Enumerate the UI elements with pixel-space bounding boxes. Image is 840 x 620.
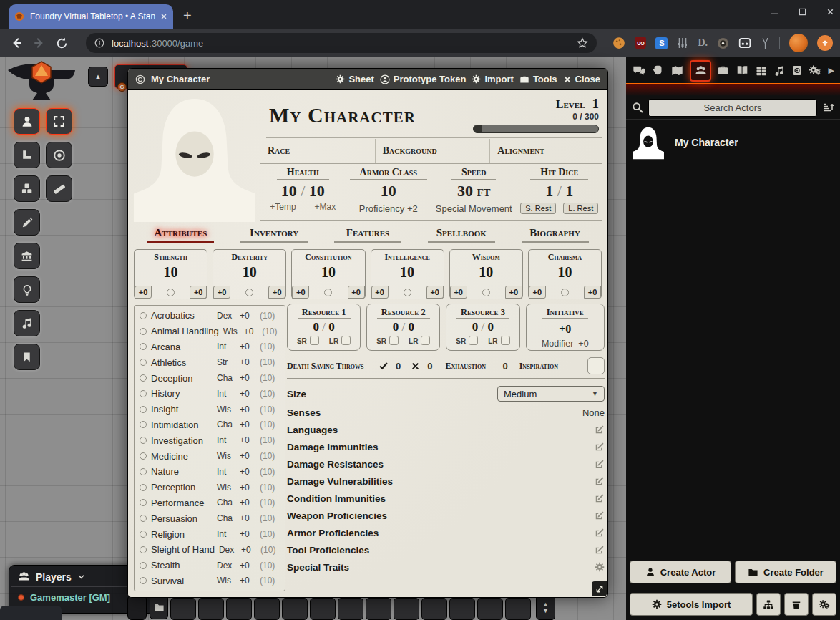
window-titlebar[interactable]: My Character Sheet Prototype Token Impor…: [128, 69, 607, 90]
ability-mod[interactable]: +0: [584, 286, 601, 299]
tab-combat-icon[interactable]: [652, 64, 664, 77]
actor-entry[interactable]: My Character: [632, 125, 834, 160]
skill-name[interactable]: Perception: [151, 482, 213, 493]
back-icon[interactable]: [10, 37, 23, 49]
macro-slot[interactable]: [366, 598, 391, 620]
url-bar[interactable]: localhost:30000/game: [86, 33, 597, 53]
detail-field[interactable]: Alignment: [490, 139, 605, 163]
skill-name[interactable]: Animal Handling: [151, 326, 219, 336]
drawing-controls-button[interactable]: [14, 209, 40, 236]
bookmark-star-icon[interactable]: [577, 37, 588, 49]
site-info-icon[interactable]: [94, 38, 104, 48]
resource-block[interactable]: Resource 3 0 / 0 SR LR: [446, 304, 519, 351]
proficiency-radio[interactable]: [561, 289, 569, 296]
skill-proficiency-radio[interactable]: [140, 328, 147, 335]
tab-items-icon[interactable]: [717, 64, 729, 77]
token-controls-button[interactable]: [14, 108, 40, 135]
skill-name[interactable]: Arcana: [151, 342, 213, 352]
inspiration-checkbox[interactable]: [587, 357, 605, 374]
skill-proficiency-radio[interactable]: [140, 359, 147, 366]
ability-block[interactable]: Strength 10 +0 +0: [134, 249, 207, 299]
level-value[interactable]: 1: [592, 96, 600, 111]
trash-button[interactable]: [784, 593, 809, 616]
skill-row[interactable]: Persuasion Cha +0 (10): [135, 510, 285, 526]
skill-row[interactable]: Perception Wis +0 (10): [135, 480, 285, 495]
senses-row[interactable]: Senses None: [287, 404, 605, 421]
sound-controls-button[interactable]: [14, 310, 40, 336]
short-rest-checkbox[interactable]: [310, 336, 319, 345]
ability-save[interactable]: +0: [135, 286, 152, 299]
resource-block[interactable]: Resource 2 0 / 0 SR LR: [366, 304, 440, 351]
skill-row[interactable]: Intimidation Cha +0 (10): [135, 417, 285, 433]
macro-slot[interactable]: [421, 598, 447, 620]
death-success-count[interactable]: 0: [396, 361, 401, 372]
macro-slot[interactable]: [505, 598, 531, 620]
tab-close-icon[interactable]: [160, 13, 167, 20]
forward-icon[interactable]: [33, 37, 46, 49]
folder-tree-button[interactable]: [756, 593, 781, 616]
minimize-icon[interactable]: [771, 8, 778, 16]
import-button[interactable]: Import: [472, 74, 513, 84]
window-resize-handle[interactable]: [592, 581, 607, 596]
ability-mod[interactable]: +0: [268, 286, 285, 299]
skill-row[interactable]: Deception Cha +0 (10): [135, 370, 285, 386]
skill-name[interactable]: Acrobatics: [151, 310, 213, 321]
create-folder-button[interactable]: Create Folder: [735, 561, 836, 583]
ability-block[interactable]: Constitution 10 +0 +0: [291, 249, 365, 299]
browser-update-icon[interactable]: [817, 35, 833, 51]
sidebar-collapse-icon[interactable]: ▶: [828, 66, 834, 75]
edit-icon[interactable]: [595, 476, 605, 486]
macro-directory-button[interactable]: [150, 595, 168, 619]
create-actor-button[interactable]: Create Actor: [630, 561, 731, 583]
stylus-extension-icon[interactable]: S: [655, 37, 668, 49]
tab-chat-icon[interactable]: [632, 64, 646, 77]
death-success-icon[interactable]: [379, 361, 389, 371]
initiative-value[interactable]: +0: [559, 323, 571, 336]
skill-row[interactable]: Medicine Wis +0 (10): [135, 448, 285, 464]
skill-proficiency-radio[interactable]: [140, 515, 147, 522]
skill-proficiency-radio[interactable]: [140, 437, 147, 444]
skill-row[interactable]: Acrobatics Dex +0 (10): [135, 308, 285, 324]
skill-proficiency-radio[interactable]: [140, 343, 147, 350]
skill-proficiency-radio[interactable]: [140, 374, 147, 382]
skill-name[interactable]: Insight: [151, 404, 213, 415]
skill-proficiency-radio[interactable]: [140, 468, 147, 475]
ability-block[interactable]: Charisma 10 +0 +0: [528, 249, 602, 299]
xp-text[interactable]: 0 / 300: [556, 112, 599, 122]
ability-value[interactable]: 10: [164, 264, 178, 281]
wall-controls-button[interactable]: [14, 243, 40, 269]
new-tab-button[interactable]: +: [183, 9, 192, 23]
edit-icon[interactable]: [595, 493, 605, 503]
ability-save[interactable]: +0: [213, 286, 230, 299]
ability-save[interactable]: +0: [450, 286, 467, 299]
edit-icon[interactable]: [595, 545, 605, 555]
detail-field[interactable]: Background: [376, 139, 491, 163]
skill-row[interactable]: Sleight of Hand Dex +0 (10): [135, 542, 285, 558]
skill-row[interactable]: Investigation Int +0 (10): [135, 432, 285, 448]
tab-journal-icon[interactable]: [736, 64, 749, 77]
tab-actors-icon[interactable]: [690, 60, 711, 82]
skill-proficiency-radio[interactable]: [140, 531, 147, 538]
skill-name[interactable]: Religion: [151, 529, 213, 540]
skill-row[interactable]: Animal Handling Wis +0 (10): [135, 324, 285, 339]
macro-slot[interactable]: [198, 598, 224, 620]
proficiency-radio[interactable]: [167, 289, 175, 296]
fivetools-import-button[interactable]: 5etools Import: [630, 593, 753, 616]
fork-extension-icon[interactable]: [761, 37, 770, 49]
skill-proficiency-radio[interactable]: [140, 562, 147, 569]
tab-compendium-icon[interactable]: [791, 64, 803, 77]
ability-value[interactable]: 10: [321, 264, 336, 281]
resource-block[interactable]: Resource 1 0 / 0 SR LR: [287, 304, 361, 351]
special-movement-label[interactable]: Special Movement: [436, 203, 512, 214]
long-rest-checkbox[interactable]: [341, 336, 351, 345]
skill-row[interactable]: Stealth Dex +0 (10): [135, 558, 285, 573]
reload-icon[interactable]: [56, 37, 68, 49]
macro-slot[interactable]: [394, 598, 419, 620]
settings-gears-button[interactable]: [812, 593, 836, 616]
macro-slot[interactable]: [170, 598, 196, 620]
measure-controls-button[interactable]: [14, 142, 40, 168]
proficiency-radio[interactable]: [404, 289, 411, 296]
long-rest-checkbox[interactable]: [501, 336, 510, 345]
long-rest-button[interactable]: L. Rest: [563, 203, 598, 214]
ability-mod[interactable]: +0: [505, 286, 522, 299]
